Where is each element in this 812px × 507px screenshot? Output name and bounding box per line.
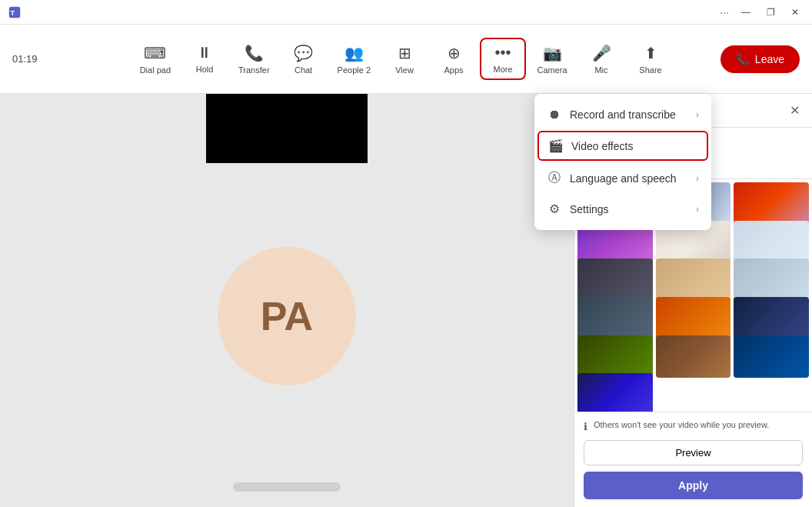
apps-button[interactable]: ⊕ Apps: [431, 39, 477, 79]
camera-icon: 📷: [543, 44, 562, 62]
share-icon: ⬆: [644, 44, 657, 62]
hold-icon: ⏸: [197, 44, 212, 62]
more-button[interactable]: ••• More: [480, 38, 526, 80]
mic-icon: 🎤: [592, 44, 611, 62]
leave-phone-icon: 📞: [736, 53, 749, 65]
transfer-label: Transfer: [238, 65, 270, 75]
settings-icon: ⚙: [547, 202, 562, 216]
hold-label: Hold: [196, 65, 214, 74]
titlebar: T ··· — ❐ ✕: [0, 0, 812, 25]
record-transcribe-item[interactable]: ⏺ Record and transcribe ›: [534, 100, 711, 129]
transfer-icon: 📞: [245, 44, 264, 62]
avatar-initials: PA: [261, 293, 313, 339]
dialpad-icon: ⌨: [144, 44, 166, 62]
more-label: More: [493, 65, 512, 74]
apps-icon: ⊕: [448, 44, 461, 62]
titlebar-controls: — ❐ ✕: [735, 2, 806, 23]
language-arrow-icon: ›: [696, 173, 699, 184]
name-bar: [233, 482, 341, 492]
mic-button[interactable]: 🎤 Mic: [578, 39, 624, 79]
record-icon: ⏺: [547, 108, 562, 122]
people-icon: 👥: [344, 44, 364, 62]
share-label: Share: [639, 65, 661, 75]
camera-button[interactable]: 📷 Camera: [529, 39, 575, 79]
record-arrow-icon: ›: [696, 109, 699, 120]
share-button[interactable]: ⬆ Share: [627, 39, 674, 79]
maximize-button[interactable]: ❐: [760, 2, 781, 23]
chat-button[interactable]: 💬 Chat: [281, 39, 327, 79]
toolbar-items: ⌨ Dial pad ⏸ Hold 📞 Transfer 💬 Chat 👥 Pe…: [132, 38, 674, 80]
leave-button[interactable]: 📞 Leave: [720, 45, 800, 73]
video-effects-icon: 🎬: [548, 138, 564, 153]
svg-text:T: T: [11, 8, 15, 16]
main-content: PA ⏺ Record and transcribe › 🎬 Video eff…: [0, 94, 812, 507]
language-icon: Ⓐ: [547, 170, 562, 186]
language-speech-item[interactable]: Ⓐ Language and speech ›: [534, 162, 711, 194]
chat-label: Chat: [295, 65, 312, 75]
call-timer: 01:19: [12, 53, 51, 65]
view-label: View: [395, 65, 414, 75]
video-effects-item[interactable]: 🎬 Video effects: [537, 131, 708, 161]
view-icon: ⊞: [398, 44, 411, 62]
app-logo: T: [8, 5, 22, 19]
settings-arrow-icon: ›: [696, 204, 699, 215]
minimize-button[interactable]: —: [735, 2, 757, 23]
more-icon: •••: [495, 44, 511, 62]
people-label: People 2: [338, 65, 371, 75]
video-area: PA ⏺ Record and transcribe › 🎬 Video eff…: [0, 94, 574, 507]
apps-label: Apps: [444, 65, 463, 75]
chat-icon: 💬: [294, 44, 313, 62]
close-button[interactable]: ✕: [784, 2, 806, 23]
settings-item[interactable]: ⚙ Settings ›: [534, 194, 711, 224]
video-preview: [206, 94, 368, 163]
view-button[interactable]: ⊞ View: [381, 39, 428, 79]
people-button[interactable]: 👥 People 2: [330, 39, 378, 79]
call-toolbar: 01:19 ⌨ Dial pad ⏸ Hold 📞 Transfer 💬 Cha…: [0, 25, 812, 94]
dialpad-button[interactable]: ⌨ Dial pad: [132, 39, 178, 79]
dropdown-menu: ⏺ Record and transcribe › 🎬 Video effect…: [534, 94, 711, 230]
mic-label: Mic: [594, 65, 607, 75]
camera-label: Camera: [537, 65, 567, 75]
hold-button[interactable]: ⏸ Hold: [181, 39, 228, 78]
transfer-button[interactable]: 📞 Transfer: [231, 39, 278, 79]
avatar-circle: PA: [218, 247, 356, 385]
dialpad-label: Dial pad: [140, 65, 171, 75]
titlebar-dots: ···: [714, 6, 735, 18]
